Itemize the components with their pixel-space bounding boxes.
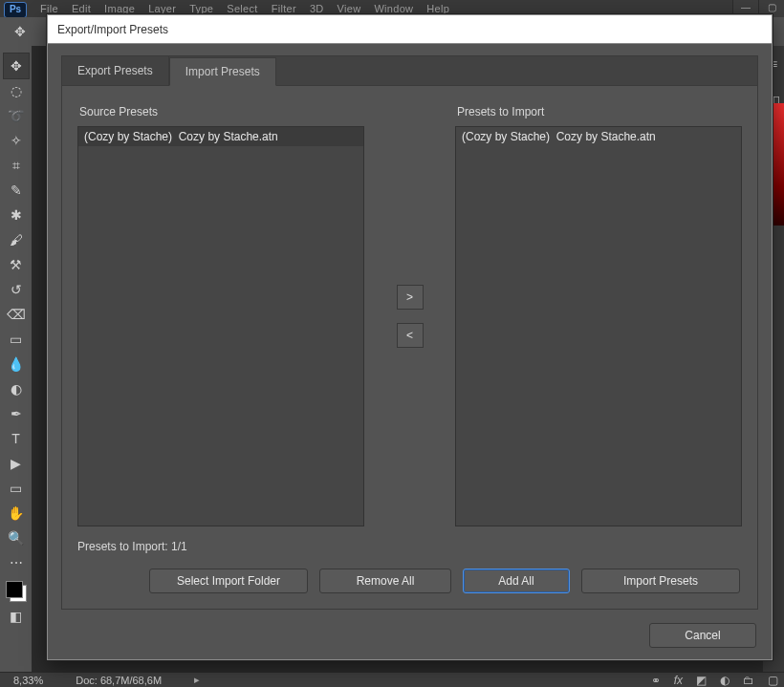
presets-to-import-label: Presets to Import xyxy=(455,105,742,118)
blur-tool-icon[interactable]: 💧 xyxy=(4,352,29,376)
source-presets-listbox[interactable]: (Cozy by Stache) Cozy by Stache.atn xyxy=(77,126,364,526)
move-tool-icon: ✥ xyxy=(11,23,29,40)
folder-icon[interactable]: 🗀 xyxy=(743,674,754,687)
fx-icon[interactable]: fx xyxy=(674,674,683,687)
menu-layer[interactable]: Layer xyxy=(148,3,176,14)
presets-count-label: Presets to Import: 1/1 xyxy=(77,540,742,553)
link-icon[interactable]: ⚭ xyxy=(651,674,661,687)
move-right-button[interactable]: > xyxy=(397,285,424,310)
status-zoom[interactable]: 8,33% xyxy=(13,675,43,686)
menu-window[interactable]: Window xyxy=(374,3,413,14)
quick-mask-icon[interactable]: ◧ xyxy=(4,604,29,629)
menu-filter[interactable]: Filter xyxy=(272,3,296,14)
marquee-tool-icon[interactable]: ◌ xyxy=(4,78,29,103)
presets-to-import-column: Presets to Import (Cozy by Stache) Cozy … xyxy=(455,105,742,526)
history-brush-tool-icon[interactable]: ↺ xyxy=(4,277,29,302)
move-tool-icon[interactable]: ✥ xyxy=(4,54,29,78)
zoom-tool-icon[interactable]: 🔍 xyxy=(4,526,29,550)
foreground-color-swatch[interactable] xyxy=(6,581,23,598)
eraser-tool-icon[interactable]: ⌫ xyxy=(4,302,29,327)
tab-content-import: Source Presets (Cozy by Stache) Cozy by … xyxy=(62,86,757,609)
menu-3d[interactable]: 3D xyxy=(310,3,324,14)
cancel-button[interactable]: Cancel xyxy=(649,623,756,648)
pen-tool-icon[interactable]: ✒ xyxy=(4,401,29,426)
remove-all-button[interactable]: Remove All xyxy=(319,569,451,593)
dialog-footer: Cancel xyxy=(61,623,758,648)
gradient-tool-icon[interactable]: ▭ xyxy=(4,327,29,352)
menu-edit[interactable]: Edit xyxy=(72,3,91,14)
select-import-folder-button[interactable]: Select Import Folder xyxy=(149,569,308,593)
healing-brush-tool-icon[interactable]: ✱ xyxy=(4,203,29,227)
tab-strip: Export Presets Import Presets xyxy=(62,56,757,86)
action-buttons-row: Select Import Folder Remove All Add All … xyxy=(77,569,742,593)
clone-stamp-tool-icon[interactable]: ⚒ xyxy=(4,252,29,277)
rectangle-tool-icon[interactable]: ▭ xyxy=(4,476,29,501)
list-item[interactable]: (Cozy by Stache) Cozy by Stache.atn xyxy=(456,127,741,146)
magic-wand-tool-icon[interactable]: ✧ xyxy=(4,128,29,153)
menu-type[interactable]: Type xyxy=(189,3,213,14)
menu-file[interactable]: File xyxy=(40,3,58,14)
list-item[interactable]: (Cozy by Stache) Cozy by Stache.atn xyxy=(78,127,363,146)
mask-icon[interactable]: ◩ xyxy=(696,674,707,687)
path-selection-tool-icon[interactable]: ▶ xyxy=(4,451,29,476)
tab-label: Export Presets xyxy=(77,64,153,77)
export-import-presets-dialog: Export/Import Presets Export Presets Imp… xyxy=(47,14,773,660)
app-badge: Ps xyxy=(4,2,27,18)
tab-export-presets[interactable]: Export Presets xyxy=(62,56,169,85)
status-bar: 8,33% Doc: 68,7M/68,6M ▸ ⚭ fx ◩ ◐ 🗀 ▢ xyxy=(0,672,784,687)
crop-tool-icon[interactable]: ⌗ xyxy=(4,153,29,178)
tab-panel: Export Presets Import Presets Source Pre… xyxy=(61,55,758,610)
move-left-button[interactable]: < xyxy=(397,323,424,348)
adjust-icon[interactable]: ◐ xyxy=(720,674,730,687)
menu-select[interactable]: Select xyxy=(227,3,257,14)
status-doc: Doc: 68,7M/68,6M xyxy=(76,675,162,686)
tools-panel: ✥ ◌ ➰ ✧ ⌗ ✎ ✱ 🖌 ⚒ ↺ ⌫ ▭ 💧 ◐ ✒ T ▶ ▭ ✋ 🔍 … xyxy=(0,46,33,672)
eyedropper-tool-icon[interactable]: ✎ xyxy=(4,178,29,203)
menu-image[interactable]: Image xyxy=(104,3,135,14)
source-presets-column: Source Presets (Cozy by Stache) Cozy by … xyxy=(77,105,364,526)
type-tool-icon[interactable]: T xyxy=(4,426,29,451)
dialog-title-text: Export/Import Presets xyxy=(57,23,168,36)
dodge-tool-icon[interactable]: ◐ xyxy=(4,376,29,401)
import-presets-button[interactable]: Import Presets xyxy=(581,569,740,593)
add-all-button[interactable]: Add All xyxy=(463,569,570,593)
status-caret-icon[interactable]: ▸ xyxy=(194,674,200,686)
tab-import-presets[interactable]: Import Presets xyxy=(169,57,276,86)
brush-tool-icon[interactable]: 🖌 xyxy=(4,227,29,252)
move-buttons-column: > < xyxy=(364,105,455,526)
presets-to-import-listbox[interactable]: (Cozy by Stache) Cozy by Stache.atn xyxy=(455,126,742,526)
dialog-title: Export/Import Presets xyxy=(48,15,772,44)
more-tools-icon[interactable]: ⋯ xyxy=(4,550,29,575)
menu-help[interactable]: Help xyxy=(426,3,449,14)
menu-view[interactable]: View xyxy=(338,3,361,14)
hand-tool-icon[interactable]: ✋ xyxy=(4,501,29,526)
source-presets-label: Source Presets xyxy=(77,105,364,118)
color-swatches[interactable] xyxy=(4,579,29,604)
lasso-tool-icon[interactable]: ➰ xyxy=(4,103,29,128)
tab-label: Import Presets xyxy=(185,65,260,78)
panel-icon[interactable]: ▢ xyxy=(768,674,778,687)
